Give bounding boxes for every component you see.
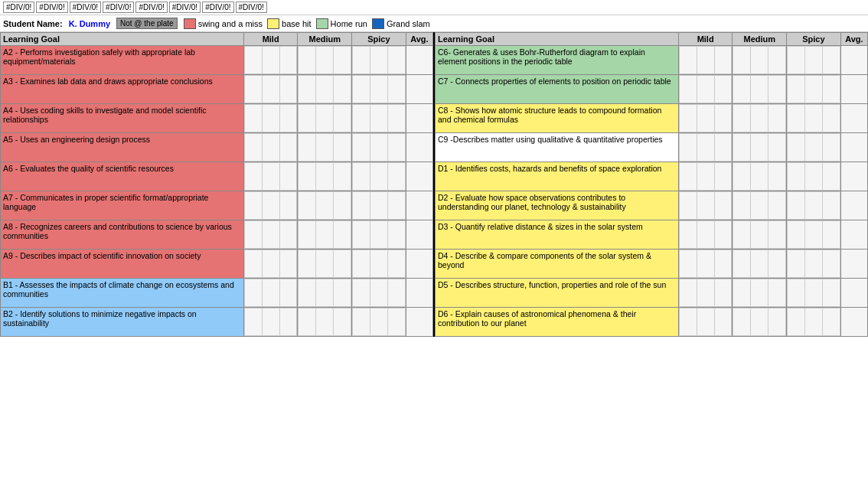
avg-cell — [406, 279, 432, 308]
spicy-cell — [787, 162, 841, 191]
medium-cell — [298, 75, 352, 104]
spicy-cell — [352, 220, 406, 250]
spicy-cell — [787, 308, 841, 337]
error-cell: #DIV/0! — [36, 2, 67, 13]
spicy-cell — [352, 46, 406, 75]
goal-cell: C7 - Connects properties of elements to … — [436, 75, 679, 104]
avg-cell — [406, 162, 432, 191]
student-name-value: K. Dummy — [69, 19, 110, 28]
goal-cell: D5 - Describes structure, function, prop… — [436, 279, 679, 308]
medium-cell — [733, 104, 787, 133]
mild-cell — [243, 162, 298, 191]
table-row: B2 - Identify solutions to minimize nega… — [1, 308, 433, 337]
medium-cell — [298, 191, 352, 220]
avg-cell — [406, 220, 432, 250]
not-at-plate-badge: Not @ the plate — [116, 18, 178, 29]
avg-cell — [406, 133, 432, 162]
table-row: A3 - Examines lab data and draws appropr… — [1, 75, 433, 104]
table-row: B1 - Assesses the impacts of climate cha… — [1, 279, 433, 308]
error-cell: #DIV/0! — [202, 2, 233, 13]
goal-cell: A2 - Performs investigation safely with … — [1, 46, 244, 75]
table-row: D1 - Identifies costs, hazards and benef… — [436, 162, 868, 191]
table-row: D4 - Describe & compare components of th… — [436, 250, 868, 279]
spicy-cell — [352, 162, 406, 191]
goal-cell: A9 - Describes impact of scientific inno… — [1, 250, 244, 279]
avg-cell — [840, 308, 867, 337]
medium-cell — [733, 75, 787, 104]
medium-cell — [733, 279, 787, 308]
mild-cell — [678, 279, 733, 308]
mild-cell — [243, 308, 298, 337]
table-row: A7 - Communicates in proper scientific f… — [1, 191, 433, 220]
mild-cell — [243, 133, 298, 162]
goal-cell: D3 - Quantify relative distance & sizes … — [436, 220, 679, 250]
legend-item: swing and a miss — [184, 18, 263, 29]
avg-cell — [406, 191, 432, 220]
main-table: Learning Goal Mild Medium Spicy Avg. A2 … — [0, 32, 868, 337]
right-table: Learning Goal Mild Medium Spicy Avg. C6-… — [435, 32, 868, 337]
student-name-label: Student Name: — [3, 19, 63, 28]
medium-cell — [733, 162, 787, 191]
avg-cell — [406, 308, 432, 337]
table-row: D6 - Explain causes of astronomical phen… — [436, 308, 868, 337]
right-header-goal: Learning Goal — [436, 33, 679, 46]
spicy-cell — [787, 104, 841, 133]
left-header-medium: Medium — [298, 33, 352, 46]
avg-cell — [840, 46, 867, 75]
top-error-bar: #DIV/0!#DIV/0!#DIV/0!#DIV/0!#DIV/0!#DIV/… — [0, 0, 868, 15]
error-cell: #DIV/0! — [70, 2, 101, 13]
avg-cell — [840, 162, 867, 191]
goal-cell: D4 - Describe & compare components of th… — [436, 250, 679, 279]
table-row: C7 - Connects properties of elements to … — [436, 75, 868, 104]
left-header-spicy: Spicy — [352, 33, 406, 46]
spicy-cell — [787, 250, 841, 279]
spicy-cell — [787, 220, 841, 250]
mild-cell — [678, 75, 733, 104]
avg-cell — [840, 279, 867, 308]
goal-cell: C6- Generates & uses Bohr-Rutherford dia… — [436, 46, 679, 75]
right-header-mild: Mild — [678, 33, 733, 46]
legend-item: base hit — [267, 18, 312, 29]
goal-cell: A8 - Recognizes careers and contribution… — [1, 220, 244, 250]
table-row: A2 - Performs investigation safely with … — [1, 46, 433, 75]
mild-cell — [243, 46, 298, 75]
goal-cell: B1 - Assesses the impacts of climate cha… — [1, 279, 244, 308]
mild-cell — [678, 162, 733, 191]
spicy-cell — [787, 46, 841, 75]
spicy-cell — [352, 191, 406, 220]
spicy-cell — [352, 308, 406, 337]
goal-cell: B2 - Identify solutions to minimize nega… — [1, 308, 244, 337]
avg-cell — [840, 133, 867, 162]
table-row: A8 - Recognizes careers and contribution… — [1, 220, 433, 250]
mild-cell — [243, 279, 298, 308]
spicy-cell — [787, 191, 841, 220]
goal-cell: A6 - Evaluates the quality of scientific… — [1, 162, 244, 191]
mild-cell — [243, 75, 298, 104]
goal-cell: A3 - Examines lab data and draws appropr… — [1, 75, 244, 104]
header-row: Student Name: K. Dummy Not @ the plate s… — [0, 15, 868, 32]
left-table: Learning Goal Mild Medium Spicy Avg. A2 … — [0, 32, 433, 337]
goal-cell: A4 - Uses coding skills to investigate a… — [1, 104, 244, 133]
goal-cell: C9 -Describes matter using qualitative &… — [436, 133, 679, 162]
right-header-medium: Medium — [733, 33, 787, 46]
avg-cell — [406, 75, 432, 104]
div-errors: #DIV/0!#DIV/0!#DIV/0!#DIV/0!#DIV/0!#DIV/… — [3, 2, 267, 13]
table-row: A6 - Evaluates the quality of scientific… — [1, 162, 433, 191]
error-cell: #DIV/0! — [135, 2, 167, 13]
goal-cell: D1 - Identifies costs, hazards and benef… — [436, 162, 679, 191]
legend-label: Grand slam — [387, 19, 430, 28]
avg-cell — [840, 75, 867, 104]
medium-cell — [298, 308, 352, 337]
medium-cell — [298, 104, 352, 133]
goal-cell: C8 - Shows how atomic structure leads to… — [436, 104, 679, 133]
mild-cell — [243, 191, 298, 220]
avg-cell — [406, 46, 432, 75]
medium-cell — [733, 46, 787, 75]
table-row: C6- Generates & uses Bohr-Rutherford dia… — [436, 46, 868, 75]
legend-item: Grand slam — [372, 18, 430, 29]
mild-cell — [678, 133, 733, 162]
table-row: A9 - Describes impact of scientific inno… — [1, 250, 433, 279]
medium-cell — [298, 279, 352, 308]
avg-cell — [840, 104, 867, 133]
legend: swing and a missbase hitHome runGrand sl… — [184, 18, 430, 29]
